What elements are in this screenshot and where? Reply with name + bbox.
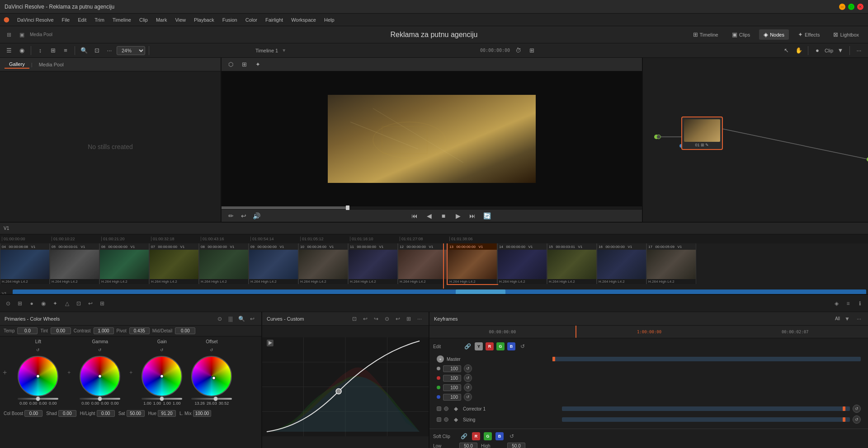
viewer-prev-btn[interactable]: ◀	[424, 211, 434, 221]
curves-redo-btn[interactable]: ↪	[372, 314, 381, 323]
viewer-audio-btn[interactable]: 🔊	[251, 211, 261, 221]
menu-file[interactable]: File	[58, 16, 74, 23]
menu-timeline[interactable]: Timeline	[109, 16, 135, 23]
menu-color[interactable]: Color	[242, 16, 261, 23]
cw-sync-btn[interactable]: ⊙	[215, 314, 224, 323]
menu-playback[interactable]: Playback	[190, 16, 218, 23]
clip-17[interactable]: 17 00:00:05:09 V1 H.264 High L4.2	[646, 243, 696, 284]
gamma-reset-btn[interactable]: ↺	[95, 345, 104, 355]
color-tool-right-1[interactable]: ◈	[832, 299, 841, 308]
toolbar-btn-3[interactable]: ↕	[35, 45, 46, 56]
color-tool-1[interactable]: ⊙	[4, 299, 13, 308]
sat-value[interactable]: 50.00	[127, 410, 145, 417]
clip-08[interactable]: 08 00:00:00:00 V1 H.264 High L4.2	[199, 243, 249, 284]
tint-value[interactable]: 0.00	[51, 327, 71, 334]
channel-y-btn[interactable]: Y	[475, 342, 483, 350]
color-tool-3[interactable]: ●	[27, 299, 36, 308]
toolbar-btn-search[interactable]: 🔍	[79, 45, 90, 56]
cw-reset-btn[interactable]: ↩	[248, 314, 257, 323]
tab-nodes[interactable]: ◈ Nodes	[759, 29, 789, 40]
lift-reset-btn[interactable]: ↺	[33, 345, 42, 355]
lift-color-wheel[interactable]	[18, 356, 58, 397]
hue-value[interactable]: 91.20	[158, 410, 176, 417]
corrector-1-g-reset[interactable]: ↺	[464, 383, 472, 392]
toolbar-btn-1[interactable]: ☰	[4, 45, 14, 56]
clip-15[interactable]: 15 00:00:03:01 V1 H.264 High L4.2	[547, 243, 597, 284]
clip-10[interactable]: 10 00:00:26:00 V1 H.264 High L4.2	[298, 243, 348, 284]
color-tool-7[interactable]: ⊡	[74, 299, 83, 308]
sizing-kf-reset[interactable]: ↺	[853, 415, 861, 424]
shad-value[interactable]: 0.00	[58, 410, 76, 417]
color-tool-5[interactable]: ✦	[51, 299, 60, 308]
temp-value[interactable]: 0.0	[17, 327, 38, 334]
menu-workspace[interactable]: Workspace	[288, 16, 320, 23]
menu-edit[interactable]: Edit	[74, 16, 90, 23]
tab-clips[interactable]: ▣ Clips	[727, 29, 755, 40]
curves-undo-btn[interactable]: ↩	[361, 314, 370, 323]
offset-color-wheel[interactable]	[191, 356, 232, 397]
corrector-1-r-value[interactable]: 100	[443, 375, 461, 382]
gamma-add-btn[interactable]: +	[67, 369, 71, 376]
node-canvas[interactable]: 01 ⊞ ✎	[643, 58, 868, 222]
color-tool-9[interactable]: ⊞	[98, 299, 107, 308]
soft-clip-r-btn[interactable]: R	[472, 432, 480, 440]
menu-help[interactable]: Help	[321, 16, 338, 23]
viewer-transform-btn[interactable]: ⬡	[225, 59, 236, 70]
sizing-link[interactable]: ◆	[451, 415, 460, 424]
menu-trim[interactable]: Trim	[91, 16, 108, 23]
tab-effects[interactable]: ✦ Effects	[793, 29, 824, 40]
offset-slider[interactable]	[191, 398, 232, 400]
toolbar-btn-cursor[interactable]: ↖	[781, 45, 792, 56]
viewer-undo-btn[interactable]: ↩	[239, 211, 249, 221]
lmix-value[interactable]: 100.00	[193, 410, 212, 417]
sizing-expand[interactable]	[437, 417, 441, 422]
clip-12[interactable]: 12 00:00:00:00 V1 H.264 High L4.2	[398, 243, 448, 284]
gain-add-btn[interactable]: +	[129, 369, 132, 376]
contrast-value[interactable]: 1.000	[94, 327, 114, 334]
viewer-go-start-btn[interactable]: ⏮	[410, 211, 420, 221]
cw-search-btn[interactable]: 🔍	[237, 314, 246, 323]
channel-r-btn[interactable]: R	[486, 342, 494, 350]
gallery-tab-gallery[interactable]: Gallery	[5, 61, 29, 69]
toolbar-btn-hand[interactable]: ✋	[793, 45, 804, 56]
offset-reset-btn[interactable]: ↺	[207, 345, 216, 355]
soft-clip-high-value[interactable]: 50.0	[507, 443, 525, 448]
cw-bars-btn[interactable]: |||	[226, 314, 235, 323]
edit-link-btn[interactable]: 🔗	[463, 342, 472, 351]
viewer-overlay-btn[interactable]: ✦	[252, 59, 263, 70]
clip-16[interactable]: 16 00:00:00:00 V1 H.264 High L4.2	[597, 243, 646, 284]
corrector-1-link[interactable]: ◆	[451, 404, 460, 413]
color-tool-6[interactable]: △	[62, 299, 71, 308]
toolbar-clip-dropdown[interactable]: ▼	[835, 45, 846, 56]
viewer-stop-btn[interactable]: ■	[439, 211, 448, 221]
curves-btn-1[interactable]: ⊡	[350, 314, 359, 323]
color-tool-right-2[interactable]: ≡	[844, 299, 853, 308]
media-pool-icon[interactable]: ▣	[17, 30, 26, 39]
menu-fairlight[interactable]: Fairlight	[262, 16, 287, 23]
soft-clip-link-btn[interactable]: 🔗	[459, 432, 468, 441]
clip-04[interactable]: 04 00:00:06:08 V1 H.264 High L4.2	[0, 243, 50, 284]
viewer-progress-bar[interactable]	[222, 206, 642, 209]
clip-06[interactable]: 06 00:00:00:00 V1 H.264 High L4.2	[99, 243, 149, 284]
clip-09[interactable]: 09 00:00:00:00 V1 H.264 High L4.2	[249, 243, 298, 284]
corrector-1-g-value[interactable]: 100	[443, 384, 461, 391]
tab-timeline[interactable]: ⊞ Timeline	[689, 29, 723, 40]
timeline-dropdown-icon[interactable]: ▼	[282, 48, 286, 53]
channel-b-btn[interactable]: B	[507, 342, 515, 350]
toolbar-btn-fit[interactable]: ⊡	[91, 45, 102, 56]
toolbar-btn-more[interactable]: ···	[104, 45, 115, 56]
curves-btn-5[interactable]: ↩	[393, 314, 402, 323]
lift-slider[interactable]	[18, 398, 58, 400]
clip-11[interactable]: 11 00:00:00:00 V1 H.264 High L4.2	[348, 243, 398, 284]
clip-05[interactable]: 05 00:00:03:01 V1 H.264 High L4.2	[50, 243, 99, 284]
menu-davinci-resolve[interactable]: DaVinci Resolve	[14, 16, 57, 23]
color-tool-4[interactable]: ◉	[39, 299, 48, 308]
clip-14[interactable]: 14 00:00:00:00 V1 H.264 High L4.2	[497, 243, 547, 284]
corrector-1-kf-reset[interactable]: ↺	[853, 405, 861, 413]
curves-btn-4[interactable]: ⊙	[382, 314, 392, 323]
menu-view[interactable]: View	[171, 16, 189, 23]
corrector-1-r-reset[interactable]: ↺	[464, 374, 472, 382]
corrector-1-y-value[interactable]: 100	[443, 365, 461, 372]
color-tool-right-3[interactable]: ℹ	[855, 299, 864, 308]
viewer-go-end-btn[interactable]: ⏭	[467, 211, 477, 221]
